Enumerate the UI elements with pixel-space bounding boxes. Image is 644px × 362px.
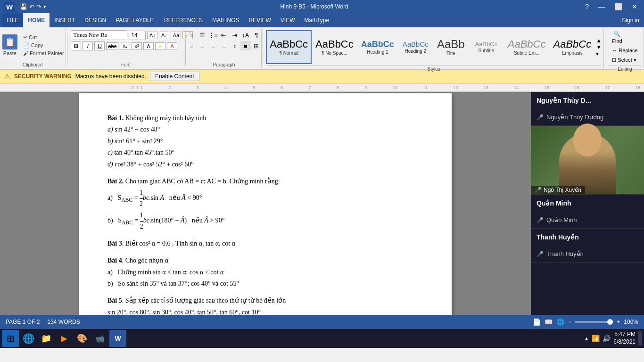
word-taskbar-button[interactable]: W bbox=[109, 330, 126, 347]
tab-page-layout[interactable]: PAGE LAYOUT bbox=[111, 13, 159, 27]
highlight-button[interactable]: a bbox=[155, 42, 165, 50]
find-button[interactable]: 🔍 Find bbox=[610, 30, 624, 45]
tab-review[interactable]: REVIEW bbox=[244, 13, 275, 27]
tab-design[interactable]: DESIGN bbox=[80, 13, 111, 27]
document-scroll[interactable]: Bài 1. Không dùng máy tính hãy tính a) s… bbox=[0, 92, 531, 330]
sign-in-button[interactable]: Sign in bbox=[617, 15, 644, 25]
view-print-icon[interactable]: 📄 bbox=[533, 318, 541, 326]
divider-4 bbox=[605, 32, 605, 65]
style-subtle-em-label: Subtle Em... bbox=[514, 50, 539, 56]
tab-file[interactable]: FILE bbox=[2, 13, 23, 27]
style-normal-label: ¶ Normal bbox=[279, 50, 298, 56]
tab-references[interactable]: REFERENCES bbox=[159, 13, 207, 27]
style-heading2[interactable]: AaBbCc Heading 2 bbox=[398, 30, 433, 64]
clipboard-content: 📋 Paste ✂ Cut 📄 Copy 🖌 bbox=[0, 29, 67, 61]
font-grow-button[interactable]: A↑ bbox=[147, 32, 157, 39]
style-title[interactable]: AaBb Title bbox=[433, 30, 469, 64]
undo-icon[interactable]: ↶ bbox=[29, 3, 34, 10]
numbering-button[interactable]: ☰ bbox=[197, 30, 207, 40]
view-read-icon[interactable]: 📖 bbox=[545, 318, 553, 326]
align-center-button[interactable]: ≡ bbox=[197, 41, 207, 50]
bullets-button[interactable]: ≡ bbox=[186, 30, 197, 40]
multilevel-list-button[interactable]: ⋮≡ bbox=[208, 30, 218, 40]
format-painter-button[interactable]: 🖌 Format Painter bbox=[21, 50, 66, 57]
italic-button[interactable]: I bbox=[83, 41, 93, 50]
zoom-slider[interactable] bbox=[575, 321, 613, 323]
editing-group: 🔍 Find ↔ Replace ⊡ Select ▾ Editing bbox=[606, 28, 644, 68]
subscript-button[interactable]: x₂ bbox=[120, 42, 130, 50]
font-row2: B I U abc x₂ x² A a A bbox=[71, 41, 177, 50]
tab-mailings[interactable]: MAILINGS bbox=[207, 13, 244, 27]
help-icon[interactable]: ? bbox=[582, 3, 592, 10]
volume-icon: 🔊 bbox=[603, 335, 611, 342]
redo-icon[interactable]: ↷ bbox=[36, 3, 41, 10]
line-spacing-button[interactable]: ↕ bbox=[230, 41, 240, 50]
view-web-icon[interactable]: 🌐 bbox=[556, 318, 564, 326]
paste-label: Paste bbox=[3, 50, 17, 56]
font-size-input[interactable] bbox=[129, 31, 146, 40]
style-subtitle[interactable]: AaBbCc Subtitle bbox=[469, 30, 504, 64]
bold-button[interactable]: B bbox=[71, 41, 81, 50]
zoom-in-button[interactable]: + bbox=[617, 319, 620, 325]
zoom-button[interactable]: 📹 bbox=[91, 330, 108, 347]
tab-home[interactable]: HOME bbox=[23, 13, 50, 27]
styles-scroll-up[interactable]: ▲ bbox=[596, 37, 602, 44]
decrease-indent-button[interactable]: ⇤ bbox=[219, 30, 229, 40]
style-emphasis[interactable]: AaBbCc Emphasis bbox=[550, 30, 595, 64]
style-normal[interactable]: AaBbCc ¶ Normal bbox=[266, 30, 312, 64]
style-heading1[interactable]: AaBbCc Heading 1 bbox=[357, 30, 398, 64]
bai5-title: Bài 5 bbox=[107, 297, 122, 304]
justify-button[interactable]: ≡ bbox=[219, 41, 229, 50]
participant-1-mic-icon: 🎤 bbox=[537, 114, 544, 121]
styles-scroll-down[interactable]: ▼ bbox=[596, 44, 602, 50]
replace-button[interactable]: ↔ Replace bbox=[610, 47, 639, 54]
font-color-button[interactable]: A bbox=[167, 42, 177, 50]
participant-3: Quản Minh 🎤 Quản Minh bbox=[531, 195, 644, 229]
strikethrough-button[interactable]: abc bbox=[106, 42, 118, 50]
enable-content-button[interactable]: Enable Content bbox=[150, 72, 199, 81]
border-button[interactable]: ⊞ bbox=[251, 41, 262, 50]
align-left-button[interactable]: ≡ bbox=[186, 41, 197, 50]
quick-save-icon[interactable]: 💾 bbox=[20, 3, 27, 10]
paste-button[interactable]: 📋 Paste bbox=[0, 33, 20, 57]
cut-button[interactable]: ✂ Cut bbox=[21, 34, 66, 41]
ie-button[interactable]: 🌐 bbox=[20, 330, 37, 347]
restore-button[interactable]: ⬜ bbox=[611, 3, 625, 10]
style-subtle-em[interactable]: AaBbCc Subtle Em... bbox=[504, 30, 550, 64]
shading-button[interactable]: ■ bbox=[240, 41, 251, 50]
explorer-button[interactable]: 📁 bbox=[38, 330, 55, 347]
bai2-desc: Cho tam giac ABC có AB = c; AC = b. Chứn… bbox=[125, 178, 280, 185]
bai2-a: a) SABC = 12bc.sin A nếu Â < 90° bbox=[107, 188, 423, 209]
styles-more[interactable]: ▾ bbox=[596, 50, 602, 57]
tab-view[interactable]: VIEW bbox=[276, 13, 300, 27]
zoom-out-button[interactable]: − bbox=[568, 319, 571, 325]
select-button[interactable]: ⊡ Select ▾ bbox=[610, 56, 638, 64]
font-case-button[interactable]: Aa bbox=[171, 32, 181, 39]
tab-insert[interactable]: INSERT bbox=[50, 13, 80, 27]
copy-button[interactable]: 📄 Copy bbox=[21, 42, 66, 49]
paint-button[interactable]: 🎨 bbox=[74, 330, 91, 347]
video-panel: Nguyễn Thùy D... 🎤 Nguyễn Thùy Dương 🎤 N… bbox=[531, 92, 644, 330]
media-button[interactable]: ▶ bbox=[56, 330, 73, 347]
taskbar-hide-icon[interactable]: ▲ bbox=[584, 336, 589, 341]
tab-mathtype[interactable]: MathType bbox=[299, 13, 334, 27]
show-marks-button[interactable]: ¶ bbox=[251, 30, 262, 40]
styles-group: AaBbCc ¶ Normal AaBbCc ¶ No Spac... AaBb… bbox=[264, 28, 604, 68]
show-desktop-button[interactable] bbox=[638, 331, 642, 346]
divider-1 bbox=[67, 32, 67, 65]
minimize-button[interactable]: — bbox=[595, 3, 608, 10]
style-no-spacing[interactable]: AaBbCc ¶ No Spac... bbox=[312, 30, 357, 64]
sort-button[interactable]: ↕A bbox=[240, 30, 251, 40]
document-page: Bài 1. Không dùng máy tính hãy tính a) s… bbox=[79, 93, 452, 329]
text-effect-button[interactable]: A bbox=[143, 42, 154, 50]
increase-indent-button[interactable]: ⇥ bbox=[230, 30, 240, 40]
close-button[interactable]: ✕ bbox=[629, 3, 640, 10]
align-right-button[interactable]: ≡ bbox=[208, 41, 218, 50]
superscript-button[interactable]: x² bbox=[132, 42, 142, 50]
format-painter-icon: 🖌 bbox=[23, 50, 28, 56]
font-name-input[interactable] bbox=[71, 30, 127, 40]
font-shrink-button[interactable]: A↓ bbox=[159, 32, 169, 39]
underline-button[interactable]: U bbox=[94, 41, 105, 50]
word-logo-icon[interactable]: W bbox=[4, 2, 15, 12]
start-button[interactable]: ⊞ bbox=[2, 330, 19, 347]
